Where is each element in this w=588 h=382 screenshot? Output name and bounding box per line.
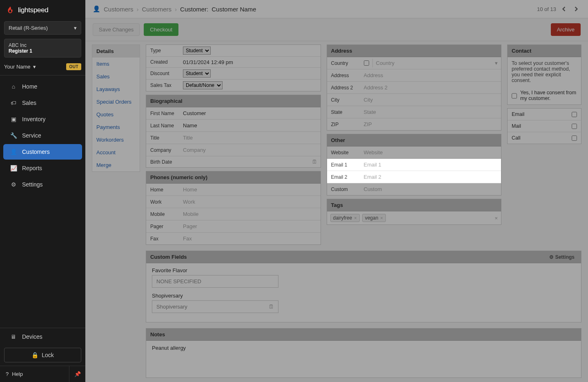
custom-input[interactable] [364, 185, 498, 193]
product-select[interactable]: Retail (R-Series) ▾ [4, 21, 81, 35]
consent-checkbox[interactable] [512, 91, 517, 101]
cf-shop-label: Shopiversary [152, 293, 575, 299]
subnav-special-orders[interactable]: Special Orders [92, 96, 140, 108]
lastname-input[interactable] [183, 121, 317, 130]
tag-remove[interactable]: × [380, 215, 383, 220]
label-pager: Pager [146, 220, 180, 232]
custom-fields-settings[interactable]: ⚙Settings [549, 254, 575, 260]
pref-email-checkbox[interactable] [572, 112, 577, 117]
nav-inventory[interactable]: ▣Inventory [3, 111, 82, 127]
cf-shop-input[interactable]: Shopiversary🗓 [152, 300, 278, 313]
nav-sales[interactable]: 🏷Sales [3, 95, 82, 111]
panel-phones: Phones (numeric only) Home Work Mobile P… [146, 171, 321, 245]
label-address2: Address 2 [327, 82, 361, 93]
flame-icon [6, 6, 15, 15]
subnav-account[interactable]: Account [92, 146, 140, 159]
person-icon: 👤 [10, 149, 17, 155]
panel-header-contact: Contact [508, 45, 581, 57]
contact-instructions: To select your customer's preferred cont… [508, 57, 581, 87]
save-button[interactable]: Save Changes [93, 23, 140, 36]
state-input[interactable] [364, 108, 498, 116]
label-fax: Fax [146, 233, 180, 244]
subnav-merge[interactable]: Merge [92, 159, 140, 171]
archive-button[interactable]: Archive [551, 23, 581, 36]
pref-mail-checkbox[interactable] [572, 124, 577, 129]
panel-header-tags: Tags [327, 199, 501, 211]
subnav-items[interactable]: Items [92, 58, 140, 70]
country-input[interactable] [372, 59, 492, 67]
nav-customers[interactable]: 👤Customers [3, 144, 82, 160]
phone-home-input[interactable] [183, 185, 317, 194]
tags-clear[interactable]: × [494, 215, 498, 221]
store-name: ABC Inc [9, 42, 77, 48]
phone-fax-input[interactable] [183, 234, 317, 243]
user-menu[interactable]: Your Name ▾ [4, 64, 36, 70]
pin-button[interactable]: 📌 [69, 366, 85, 382]
col-mid: Address Country▾ Address Address 2 City … [327, 44, 502, 225]
product-select-label: Retail (R-Series) [9, 25, 48, 31]
zip-input[interactable] [364, 120, 498, 129]
tags-body[interactable]: dairyfree× vegan× × [327, 211, 501, 224]
subnav-workorders[interactable]: Workorders [92, 133, 140, 146]
birth-date-field[interactable]: 🗓 [183, 159, 317, 165]
nav-label: Sales [22, 100, 36, 106]
chevron-down-icon: ▾ [74, 25, 77, 31]
gear-icon: ⚙ [10, 181, 17, 188]
logo: lightspeed [0, 0, 85, 19]
subnav-sales[interactable]: Sales [92, 70, 140, 83]
type-select[interactable]: Student [183, 47, 211, 55]
pager-next[interactable] [572, 4, 581, 13]
logo-text: lightspeed [18, 6, 49, 14]
pref-call-checkbox[interactable] [572, 135, 577, 141]
chart-icon: 📈 [10, 165, 17, 171]
city-input[interactable] [364, 96, 498, 104]
company-input[interactable] [183, 146, 317, 154]
layout-grid: Details Items Sales Layaways Special Ord… [92, 44, 581, 378]
phone-pager-input[interactable] [183, 222, 317, 231]
nav-devices[interactable]: 🖥Devices [3, 329, 82, 344]
firstname-input[interactable] [183, 109, 317, 118]
panel-tags: Tags dairyfree× vegan× × [327, 199, 502, 225]
question-icon: ? [6, 371, 9, 377]
title-input[interactable] [183, 133, 317, 142]
nav-settings[interactable]: ⚙Settings [3, 177, 82, 192]
pager-prev[interactable] [559, 4, 568, 13]
clock-out-badge[interactable]: OUT [66, 63, 81, 70]
label-state: State [327, 106, 361, 118]
address2-input[interactable] [364, 83, 498, 92]
cf-flavor-input[interactable]: NONE SPECIFIED [152, 275, 278, 288]
label-type: Type [146, 45, 180, 56]
box-icon: ▣ [10, 116, 17, 122]
label-discount: Discount [146, 68, 180, 79]
email1-input[interactable] [364, 160, 498, 169]
checkout-button[interactable]: Checkout [144, 23, 178, 36]
lock-button[interactable]: 🔒Lock [4, 348, 81, 362]
discount-select[interactable]: Student [183, 69, 211, 78]
bc-customers-root[interactable]: Customers [104, 6, 134, 13]
phone-mobile-input[interactable] [183, 210, 317, 218]
consent-row: Yes, I have consent from my customer. [508, 87, 581, 104]
subnav-layaways[interactable]: Layaways [92, 83, 140, 96]
panel-address: Address Country▾ Address Address 2 City … [327, 44, 502, 131]
subnav-details[interactable]: Details [92, 45, 140, 58]
bc-customers-list[interactable]: Customers [142, 6, 172, 13]
gear-icon: ⚙ [549, 254, 554, 260]
panel-bio: Biographical First Name Last Name Title … [146, 95, 321, 168]
website-input[interactable] [364, 148, 498, 157]
phone-work-input[interactable] [183, 198, 317, 206]
subnav-payments[interactable]: Payments [92, 121, 140, 133]
nav-home[interactable]: ⌂Home [3, 79, 82, 94]
tag-remove[interactable]: × [354, 215, 356, 220]
help-button[interactable]: ?Help [0, 366, 69, 382]
address-input[interactable] [364, 71, 498, 80]
nav-service[interactable]: 🔧Service [3, 128, 82, 143]
store-register[interactable]: ABC Inc Register 1 [4, 39, 81, 58]
subnav-quotes[interactable]: Quotes [92, 108, 140, 121]
salestax-select[interactable]: Default/None [183, 81, 223, 89]
nav-label: Reports [22, 165, 42, 171]
nav-reports[interactable]: 📈Reports [3, 160, 82, 176]
panel-custom-fields: Custom Fields ⚙Settings Favorite Flavor … [146, 251, 581, 322]
notes-body[interactable]: Peanut allergy [146, 341, 581, 378]
country-checkbox[interactable] [364, 60, 369, 66]
email2-input[interactable] [364, 173, 498, 181]
